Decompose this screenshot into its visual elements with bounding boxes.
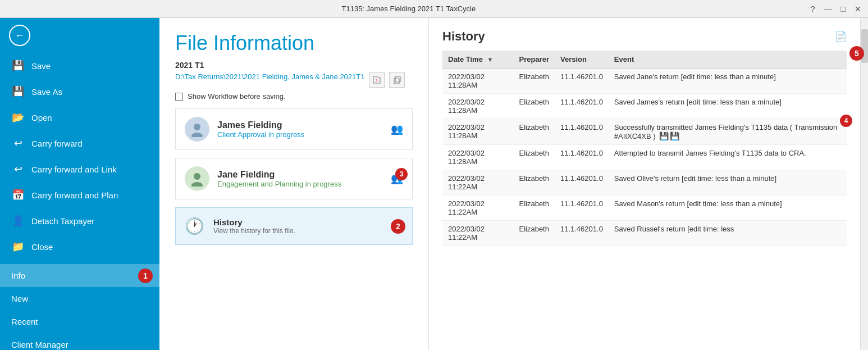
title-bar: T1135: James Fielding 2021 T1 TaxCycle ?… [0, 0, 868, 18]
sidebar-item-open[interactable]: 📂 Open [0, 104, 159, 130]
taxpayer-name-james: James Fielding [217, 120, 383, 130]
sidebar-client-manager-label: Client Manager [11, 340, 68, 349]
sidebar-item-carry-forward[interactable]: ↩ Carry forward [0, 130, 159, 156]
content-area: File Information 2021 T1 D:\Tax Returns\… [159, 18, 868, 350]
minimize-button[interactable]: — [824, 4, 832, 13]
history-card-info: History View the history for this file. [213, 217, 295, 235]
event-save-icon1[interactable]: 💾 [659, 131, 669, 140]
taxpayer-action-icon-james[interactable]: 👥 [391, 123, 403, 135]
save-as-icon: 💾 [11, 85, 25, 98]
back-circle-icon: ← [9, 25, 30, 46]
sidebar-item-save[interactable]: 💾 Save [0, 53, 159, 79]
taxpayer-card-jane: Jane Fielding Engagement and Planning in… [175, 158, 413, 199]
sidebar-item-info[interactable]: Info 1 [0, 264, 159, 287]
taxpayer-avatar-jane [185, 166, 209, 191]
cell-event-2: Successfully transmitted James Fielding'… [609, 119, 847, 145]
help-button[interactable]: ? [811, 4, 815, 13]
left-pane: File Information 2021 T1 D:\Tax Returns\… [159, 18, 429, 350]
cell-preparer-6: Elizabeth [513, 221, 554, 246]
sidebar-close-label: Close [31, 242, 53, 252]
history-row-1: 2022/03/02 11:28AMElizabeth11.1.46201.0S… [442, 94, 847, 119]
detach-taxpayer-icon: 👤 [11, 215, 25, 227]
carry-forward-icon: ↩ [11, 137, 25, 149]
history-card-subtitle: View the history for this file. [213, 227, 295, 235]
close-button[interactable]: ✕ [855, 4, 861, 13]
back-button[interactable]: ← [0, 18, 159, 53]
cell-event-0: Saved Jane's return [edit time: less tha… [609, 69, 847, 94]
col-preparer[interactable]: Preparer [513, 51, 554, 69]
svg-rect-0 [394, 78, 399, 84]
carry-forward-link-icon: ↩ [11, 163, 25, 175]
file-navigate-icon[interactable] [369, 72, 385, 88]
svg-point-4 [194, 173, 200, 180]
cell-event-4: Saved Olive's return [edit time: less th… [609, 170, 847, 196]
sidebar-item-detach-taxpayer[interactable]: 👤 Detach Taxpayer [0, 208, 159, 234]
sidebar-item-recent[interactable]: Recent [0, 310, 159, 333]
cell-version-2: 11.1.46201.0 [555, 119, 609, 145]
carry-forward-plan-icon: 📅 [11, 189, 25, 201]
sidebar-save-as-label: Save As [31, 87, 62, 97]
page-title: File Information [175, 31, 413, 55]
history-doc-icon[interactable]: 📄 [834, 30, 847, 43]
taxpayer-card-james: James Fielding Client Approval in progre… [175, 108, 413, 150]
sidebar-item-close[interactable]: 📁 Close [0, 234, 159, 260]
history-table-head: Date Time ▼ Preparer Version Event [442, 51, 847, 69]
sidebar-item-new[interactable]: New [0, 287, 159, 310]
event-save-icon2[interactable]: 💾 [670, 131, 679, 140]
sidebar-carry-forward-label: Carry forward [31, 139, 83, 148]
close-folder-icon: 📁 [11, 240, 25, 253]
scrollbar-track[interactable]: 5 [860, 18, 868, 350]
cell-preparer-5: Elizabeth [513, 196, 554, 221]
year-tag: 2021 T1 [175, 61, 413, 70]
cell-version-3: 11.1.46201.0 [555, 145, 609, 170]
history-row-3: 2022/03/02 11:28AMElizabeth11.1.46201.0A… [442, 145, 847, 170]
cell-preparer-1: Elizabeth [513, 94, 554, 119]
workflow-checkbox[interactable] [175, 93, 183, 101]
file-path-row: D:\Tax Returns\2021\2021 Fielding, James… [175, 72, 413, 88]
right-pane: History 📄 Date Time ▼ Preparer [429, 18, 860, 350]
cell-version-6: 11.1.46201.0 [555, 221, 609, 246]
col-event[interactable]: Event [609, 51, 847, 69]
svg-rect-1 [395, 76, 400, 82]
file-path: D:\Tax Returns\2021\2021 Fielding, James… [175, 72, 364, 81]
maximize-button[interactable]: □ [841, 4, 846, 13]
history-row-2: 2022/03/02 11:28AMElizabeth11.1.46201.0S… [442, 119, 847, 145]
file-copy-icon[interactable] [389, 72, 405, 88]
taxpayer-info-james: James Fielding Client Approval in progre… [217, 120, 383, 139]
history-table: Date Time ▼ Preparer Version Event [442, 51, 847, 246]
cell-preparer-2: Elizabeth [513, 119, 554, 145]
taxpayer-name-jane: Jane Fielding [217, 170, 383, 180]
sidebar: ← 💾 Save 💾 Save As 📂 Open ↩ Carry forwar… [0, 18, 159, 350]
history-card[interactable]: 🕐 History View the history for this file… [175, 207, 413, 245]
col-datetime[interactable]: Date Time ▼ [442, 51, 513, 69]
sidebar-item-carry-forward-plan[interactable]: 📅 Carry forward and Plan [0, 182, 159, 208]
content-inner: File Information 2021 T1 D:\Tax Returns\… [159, 18, 868, 350]
history-row-5: 2022/03/02 11:22AMElizabeth11.1.46201.0S… [442, 196, 847, 221]
cell-datetime-0: 2022/03/02 11:28AM [442, 69, 513, 94]
window-controls: ? — □ ✕ [811, 4, 861, 13]
col-version[interactable]: Version [555, 51, 609, 69]
sidebar-item-save-as[interactable]: 💾 Save As [0, 79, 159, 104]
sidebar-new-label: New [11, 294, 28, 303]
cell-event-5: Saved Mason's return [edit time: less th… [609, 196, 847, 221]
window-title: T1135: James Fielding 2021 T1 TaxCycle [7, 4, 811, 13]
history-header-row: History 📄 [442, 29, 847, 44]
cell-datetime-3: 2022/03/02 11:28AM [442, 145, 513, 170]
cell-preparer-4: Elizabeth [513, 170, 554, 196]
badge-1: 1 [138, 269, 153, 283]
workflow-label: Show Workflow before saving. [188, 92, 286, 101]
taxpayer-action-icon-jane[interactable]: 👥 3 [391, 172, 403, 185]
main-layout: ← 💾 Save 💾 Save As 📂 Open ↩ Carry forwar… [0, 18, 868, 350]
sidebar-item-client-manager[interactable]: Client Manager [0, 333, 159, 350]
history-clock-icon: 🕐 [185, 217, 204, 235]
svg-point-2 [194, 124, 200, 130]
svg-point-3 [191, 133, 203, 137]
history-row-0: 2022/03/02 11:28AMElizabeth11.1.46201.0S… [442, 69, 847, 94]
sidebar-item-carry-forward-link[interactable]: ↩ Carry forward and Link [0, 156, 159, 182]
sidebar-carry-forward-plan-label: Carry forward and Plan [31, 190, 118, 200]
cell-datetime-2: 2022/03/02 11:28AM [442, 119, 513, 145]
sidebar-info-label: Info [11, 271, 25, 280]
sort-icon-datetime: ▼ [487, 56, 494, 63]
cell-version-1: 11.1.46201.0 [555, 94, 609, 119]
taxpayer-status-james: Client Approval in progress [217, 130, 383, 139]
